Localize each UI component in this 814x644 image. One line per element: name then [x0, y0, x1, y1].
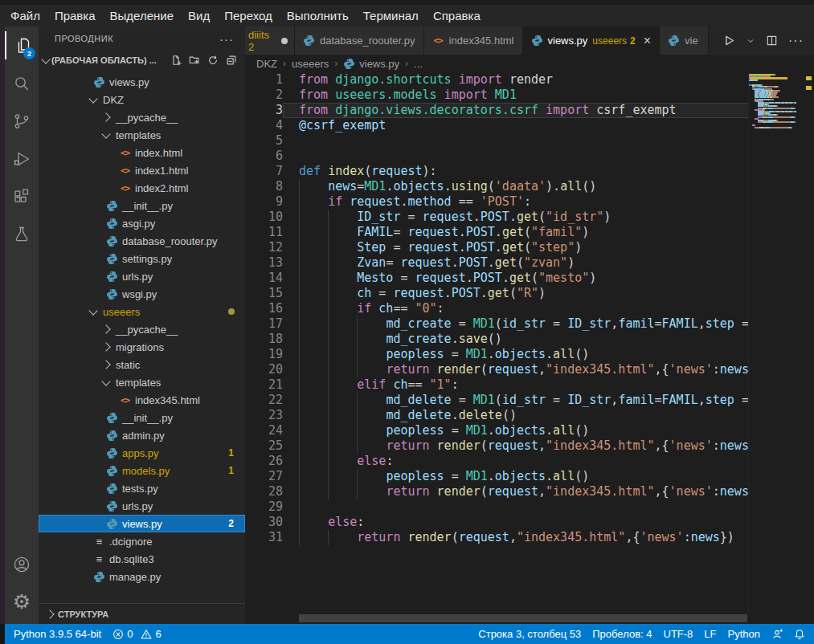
tree-item-templates[interactable]: templates: [39, 373, 245, 391]
tree-item-db.sqlite3[interactable]: ≡db.sqlite3: [39, 550, 245, 568]
token-var: id_str: [502, 316, 546, 331]
tree-item-models.py[interactable]: models.py1: [39, 462, 245, 479]
more-actions-icon[interactable]: ···: [788, 34, 804, 48]
status-cursor-position[interactable]: Строка 3, столбец 53: [472, 624, 587, 644]
tab-database_roouter.py[interactable]: database_roouter.py: [295, 26, 424, 55]
tree-item-wsgi.py[interactable]: wsgi.py: [39, 285, 245, 303]
breadcrumb-item[interactable]: views.py: [343, 58, 399, 70]
activity-extensions-button[interactable]: [5, 177, 39, 215]
status-indentation[interactable]: Пробелов: 4: [587, 624, 657, 644]
menu-terminal[interactable]: Терминал: [356, 9, 426, 22]
tree-item-index2.html[interactable]: <>index2.html: [39, 179, 245, 197]
menu-selection[interactable]: Выделение: [103, 9, 181, 22]
tab-diiits2[interactable]: diiits 2: [245, 26, 295, 55]
tree-item-.dcignore[interactable]: ≡.dcignore: [39, 532, 245, 550]
tree-item-settings.py[interactable]: settings.py: [39, 250, 245, 267]
menu-go[interactable]: Переход: [217, 9, 280, 22]
explorer-more-icon[interactable]: ···: [219, 32, 234, 46]
token-pl: (: [495, 316, 502, 331]
activity-search-button[interactable]: [5, 64, 39, 102]
menu-view[interactable]: Вид: [181, 9, 217, 22]
tree-item-views.py[interactable]: views.py: [39, 73, 245, 91]
activity-settings-button[interactable]: ⚙: [5, 583, 39, 621]
activity-account-button[interactable]: [5, 545, 39, 583]
minimap[interactable]: [748, 72, 804, 613]
close-icon[interactable]: ×: [644, 35, 651, 47]
refresh-icon[interactable]: [207, 55, 219, 66]
tree-item-index345.html[interactable]: <>index345.html: [39, 391, 245, 409]
tree-item-__pycache__[interactable]: __pycache__: [39, 108, 245, 126]
line-content: return render(request,"index345.html",{'…: [283, 530, 749, 545]
line-content: peopless = MD1.objects.all(): [283, 423, 749, 438]
tree-item-__init__.py[interactable]: __init__.py: [39, 409, 245, 426]
token-pl: :: [437, 301, 444, 316]
indent-guide: [299, 225, 300, 240]
tree-item-migrations[interactable]: migrations: [39, 338, 245, 356]
status-eol[interactable]: LF: [698, 624, 722, 644]
tree-item-templates[interactable]: templates: [39, 126, 245, 144]
tree-item-DKZ[interactable]: DKZ: [39, 91, 245, 108]
tree-item-tests.py[interactable]: tests.py: [39, 479, 245, 497]
tree-item-index.html[interactable]: <>index.html: [39, 144, 245, 161]
activity-explorer-button[interactable]: 2: [5, 26, 39, 64]
status-language-mode[interactable]: Python: [722, 624, 766, 644]
tree-item-manage.py[interactable]: manage.py: [39, 568, 245, 585]
tree-item-database_roouter.py[interactable]: database_roouter.py: [39, 232, 245, 250]
new-file-icon[interactable]: [170, 55, 182, 66]
token-var: POST: [459, 255, 488, 270]
tree-item-views.py[interactable]: views.py2: [39, 515, 245, 532]
tab-vie[interactable]: vie: [660, 26, 709, 55]
activity-source-control-button[interactable]: [5, 102, 39, 140]
menu-help[interactable]: Справка: [426, 9, 488, 22]
tree-item-static[interactable]: static: [39, 356, 245, 373]
status-notifications[interactable]: [788, 624, 811, 644]
html-file-icon-wrap: <>: [119, 182, 131, 194]
code-line-3: 3from django.views.decorators.csrf impor…: [245, 103, 749, 118]
indent-guide: [299, 515, 300, 530]
tree-item-admin.py[interactable]: admin.py: [39, 426, 245, 444]
new-folder-icon[interactable]: [189, 55, 200, 66]
token-str: "zvan": [524, 255, 567, 270]
tab-index345.html[interactable]: <>index345.html: [424, 26, 523, 55]
activity-testing-button[interactable]: [5, 215, 39, 253]
tree-item-useeers[interactable]: useeers: [39, 303, 245, 320]
run-python-file-icon[interactable]: [722, 34, 735, 47]
status-problems[interactable]: 06: [107, 624, 166, 644]
tree-item-index1.html[interactable]: <>index1.html: [39, 161, 245, 179]
tree-item-label: .dcignore: [109, 536, 152, 548]
activity-run-debug-button[interactable]: [5, 140, 39, 177]
breadcrumb-item[interactable]: ...: [414, 58, 423, 70]
outline-section-header[interactable]: СТРУКТУРА: [39, 603, 245, 624]
indent-guide: [299, 423, 300, 438]
tree-item-__pycache__[interactable]: __pycache__: [39, 320, 245, 338]
token-cls: MD1: [495, 88, 517, 102]
tree-item-urls.py[interactable]: urls.py: [39, 497, 245, 515]
horizontal-scrollbar[interactable]: [299, 614, 747, 622]
breadcrumb-item[interactable]: DKZ: [256, 58, 277, 70]
breadcrumb-item[interactable]: useeers: [292, 58, 329, 70]
status-feedback[interactable]: [766, 624, 788, 644]
code-line-20: 20 return render(request,"index345.html"…: [245, 362, 749, 377]
collapse-all-icon[interactable]: [226, 55, 237, 66]
menu-run[interactable]: Выполнить: [280, 9, 356, 22]
split-editor-icon[interactable]: [766, 35, 778, 47]
tree-item-__init__.py[interactable]: __init__.py: [39, 197, 245, 214]
token-var: POST: [452, 286, 481, 300]
tree-item-asgi.py[interactable]: asgi.py: [39, 214, 245, 232]
token-pl: :: [713, 438, 720, 453]
menu-file[interactable]: Файл: [3, 9, 47, 22]
tree-item-apps.py[interactable]: apps.py1: [39, 444, 245, 462]
token-fn: get: [495, 255, 517, 270]
tree-item-urls.py[interactable]: urls.py: [39, 267, 245, 285]
code-editor[interactable]: 1from django.shortcuts import render2fro…: [245, 72, 749, 613]
token-var: method: [407, 194, 451, 209]
workspace-section-header[interactable]: (РАБОЧАЯ ОБЛАСТЬ) ...: [39, 51, 245, 70]
token-var: request: [393, 286, 444, 300]
status-encoding[interactable]: UTF-8: [658, 624, 699, 644]
status-python-interpreter[interactable]: Python 3.9.5 64-bit: [8, 624, 107, 644]
run-dropdown-icon[interactable]: [746, 36, 755, 46]
menu-edit[interactable]: Правка: [47, 9, 103, 22]
tab-views.py[interactable]: views.pyuseeers2×: [523, 26, 661, 55]
line-number: 13: [245, 255, 283, 271]
token-var: ID_str: [567, 393, 611, 407]
